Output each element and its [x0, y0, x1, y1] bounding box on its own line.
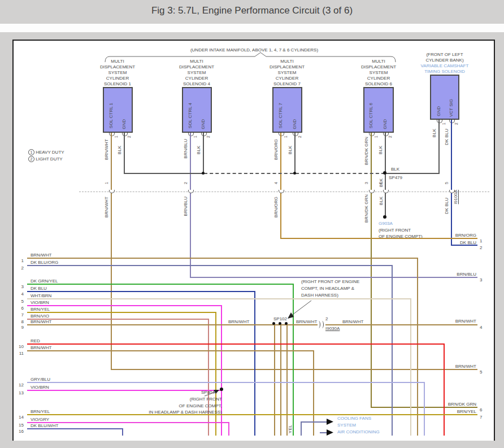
sp804-arrowhead-icon	[214, 390, 219, 394]
brace	[105, 53, 396, 62]
sp102-arrow	[291, 301, 311, 316]
diagram-annotations	[0, 0, 504, 448]
sp102-arrowhead-icon	[288, 312, 294, 319]
sp804-arrow	[205, 392, 215, 396]
air-conditioning-arrowhead-icon	[327, 429, 333, 436]
cooling-fans-arrowhead-icon	[327, 419, 333, 425]
page: { "header": {"title": "Fig 3: 5.7L, Engi…	[0, 0, 504, 448]
